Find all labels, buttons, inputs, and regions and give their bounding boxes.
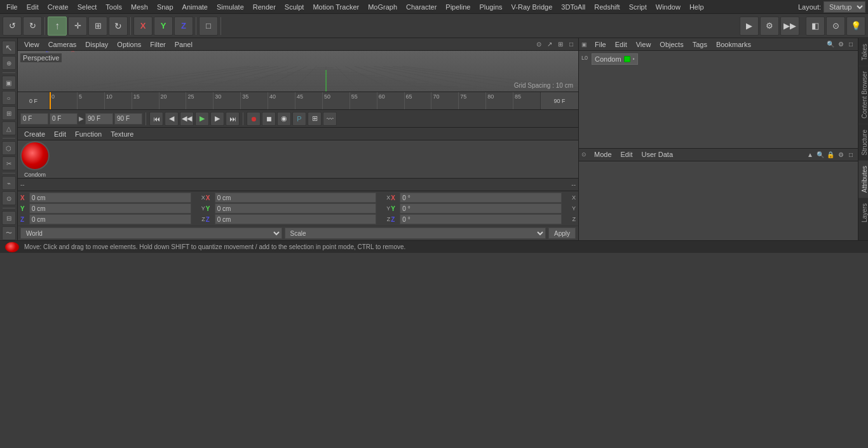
obj-menu-file[interactable]: File [591, 40, 610, 49]
attr-menu-user-data[interactable]: User Data [638, 150, 677, 159]
attr-lock-icon[interactable]: 🔒 [826, 150, 835, 159]
end-frame-input-bottom[interactable] [114, 113, 142, 125]
coord-z-rot-input[interactable] [400, 214, 562, 224]
side-tab-attributes[interactable]: Attributes [858, 160, 868, 198]
left-grid-button[interactable]: ⊞ [2, 106, 16, 120]
obj-search-icon[interactable]: 🔍 [826, 40, 835, 49]
attr-maximize-icon[interactable]: □ [846, 150, 855, 159]
goto-end-button[interactable]: ⏭ [226, 112, 240, 126]
x-axis-button[interactable]: X [133, 17, 153, 36]
left-knife-button[interactable]: ✂ [2, 156, 16, 170]
viewport-light-btn[interactable]: 💡 [846, 17, 865, 36]
render-to-view-button[interactable]: ▶ [740, 17, 759, 36]
key-button[interactable]: P [292, 112, 306, 126]
obj-settings-icon[interactable]: ⚙ [836, 40, 845, 49]
left-magnet-button[interactable]: ⌁ [2, 176, 16, 190]
left-arrow-button[interactable]: ↖ [2, 41, 16, 55]
mat-menu-create[interactable]: Create [20, 130, 49, 139]
menu-animate[interactable]: Animate [179, 2, 212, 12]
menu-render[interactable]: Render [249, 2, 280, 12]
object-row-condom[interactable]: Condom • [592, 53, 638, 65]
obj-menu-tags[interactable]: Tags [689, 40, 711, 49]
left-circle-button[interactable]: ○ [2, 91, 16, 105]
playhead[interactable] [50, 92, 51, 110]
viewport[interactable]: Perspective Grid Spacing : 10 cm Y X Z [18, 51, 578, 92]
attr-search-icon[interactable]: 🔍 [816, 150, 825, 159]
menu-tools[interactable]: Tools [102, 2, 126, 12]
vp-icon-1[interactable]: ⊙ [534, 40, 543, 49]
mat-menu-texture[interactable]: Texture [107, 130, 137, 139]
obj-menu-objects[interactable]: Objects [656, 40, 687, 49]
step-back-button[interactable]: ◀ [165, 112, 179, 126]
motion-button[interactable]: ◉ [277, 112, 291, 126]
render-settings-button[interactable]: ⚙ [760, 17, 779, 36]
menu-edit[interactable]: Edit [23, 2, 43, 12]
menu-snap[interactable]: Snap [153, 2, 177, 12]
menu-plugins[interactable]: Plugins [475, 2, 506, 12]
curve-btn[interactable]: 〰 [323, 112, 337, 126]
play-button[interactable]: ▶ [195, 112, 209, 126]
menu-simulate[interactable]: Simulate [213, 2, 248, 12]
left-paint-button[interactable]: ⊙ [2, 191, 16, 205]
menu-vray[interactable]: V-Ray Bridge [508, 2, 557, 12]
left-spline-button[interactable]: 〜 [2, 226, 16, 240]
attr-menu-edit[interactable]: Edit [617, 150, 637, 159]
menu-help[interactable]: Help [686, 2, 708, 12]
select-tool-button[interactable]: ↑ [48, 17, 67, 36]
obj-menu-bookmarks[interactable]: Bookmarks [712, 40, 755, 49]
vp-menu-panel[interactable]: Panel [171, 40, 196, 49]
viewport-mode-btn[interactable]: ◧ [806, 17, 825, 36]
coord-z-size-input[interactable] [215, 214, 377, 224]
left-extrude-button[interactable]: ⬡ [2, 141, 16, 155]
vp-icon-maximize[interactable]: □ [567, 40, 576, 49]
menu-character[interactable]: Character [402, 2, 440, 12]
end-frame-input-top[interactable] [85, 113, 113, 125]
vp-icon-2[interactable]: ↗ [545, 40, 554, 49]
side-tab-takes[interactable]: Takes [858, 38, 868, 65]
vp-menu-filter[interactable]: Filter [146, 40, 169, 49]
goto-start-button[interactable]: ⏮ [149, 112, 163, 126]
vp-menu-view[interactable]: View [20, 40, 43, 49]
menu-pipeline[interactable]: Pipeline [442, 2, 474, 12]
vp-menu-display[interactable]: Display [81, 40, 112, 49]
menu-mesh[interactable]: Mesh [127, 2, 152, 12]
mat-menu-edit[interactable]: Edit [50, 130, 70, 139]
coord-y-pos-input[interactable] [29, 203, 191, 214]
left-cube-button[interactable]: ▣ [2, 76, 16, 90]
menu-window[interactable]: Window [652, 2, 684, 12]
obj-maximize-icon[interactable]: □ [846, 40, 855, 49]
undo-button[interactable]: ↺ [3, 17, 22, 36]
obj-menu-view[interactable]: View [632, 40, 655, 49]
attr-up-icon[interactable]: ▲ [806, 150, 815, 159]
render-button[interactable]: ▶▶ [780, 17, 799, 36]
menu-file[interactable]: File [3, 2, 22, 12]
obj-menu-edit[interactable]: Edit [611, 40, 631, 49]
coord-y-rot-input[interactable] [400, 203, 562, 214]
coord-x-rot-input[interactable] [400, 193, 562, 203]
coord-y-size-input[interactable] [215, 203, 377, 214]
vp-menu-options[interactable]: Options [113, 40, 145, 49]
rotate-tool-button[interactable]: ↻ [109, 17, 128, 36]
step-forward-button[interactable]: ▶ [210, 112, 224, 126]
attr-menu-mode[interactable]: Mode [590, 150, 616, 159]
side-tab-content-browser[interactable]: Content Browser [858, 65, 868, 123]
scale-dropdown[interactable]: Scale cm m [285, 227, 546, 239]
side-tab-layers[interactable]: Layers [858, 198, 868, 227]
world-dropdown[interactable]: World Local Object [20, 227, 282, 239]
timeline-ruler[interactable]: 051015202530354045505560657075808590 [50, 92, 540, 110]
menu-3dtoall[interactable]: 3DToAll [557, 2, 589, 12]
z-axis-button[interactable]: Z [174, 17, 193, 36]
menu-create[interactable]: Create [44, 2, 72, 12]
left-grid2-button[interactable]: ⊟ [2, 211, 16, 225]
current-frame-input[interactable] [20, 113, 48, 125]
vp-menu-cameras[interactable]: Cameras [44, 40, 81, 49]
material-item-condom[interactable]: Condom [20, 141, 50, 178]
coord-x-pos-input[interactable] [29, 193, 191, 203]
vp-icon-3[interactable]: ⊞ [556, 40, 565, 49]
menu-motion-tracker[interactable]: Motion Tracker [309, 2, 363, 12]
grid-view-button[interactable]: ⊞ [308, 112, 322, 126]
attr-settings-icon[interactable]: ⚙ [836, 150, 845, 159]
apply-button[interactable]: Apply [548, 227, 576, 239]
y-axis-button[interactable]: Y [154, 17, 173, 36]
layout-select[interactable]: Startup [824, 1, 865, 13]
